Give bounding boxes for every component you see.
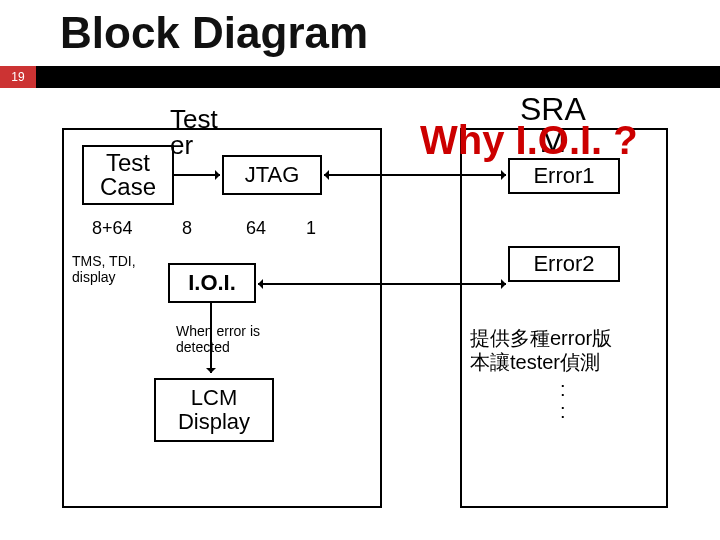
arrow-testcase-jtag	[174, 174, 220, 176]
test-case-text: Test Case	[100, 151, 156, 199]
tester-label: Test er	[170, 106, 218, 158]
lcm-block: LCM Display	[154, 378, 274, 442]
why-ioi-overlay: Why I.O.I. ?	[420, 118, 638, 163]
arrow-ioi-down	[210, 303, 212, 373]
arrow-ioi-error2	[258, 283, 506, 285]
error1-text: Error1	[533, 163, 594, 189]
arrow-jtag-error1	[324, 174, 506, 176]
lcm-text: LCM Display	[178, 386, 250, 434]
error2-block: Error2	[508, 246, 620, 282]
jtag-block: JTAG	[222, 155, 322, 195]
ioi-text: I.O.I.	[188, 270, 236, 296]
page-title: Block Diagram	[0, 0, 720, 66]
error1-block: Error1	[508, 158, 620, 194]
test-case-block: Test Case	[82, 145, 174, 205]
slide-number: 19	[0, 66, 36, 88]
header-bar: 19	[0, 66, 720, 88]
diagram-canvas: Test er Test Case JTAG 8+64 8 64 1 TMS, …	[0, 88, 720, 518]
jtag-text: JTAG	[245, 162, 300, 188]
ioi-block: I.O.I.	[168, 263, 256, 303]
error2-text: Error2	[533, 251, 594, 277]
